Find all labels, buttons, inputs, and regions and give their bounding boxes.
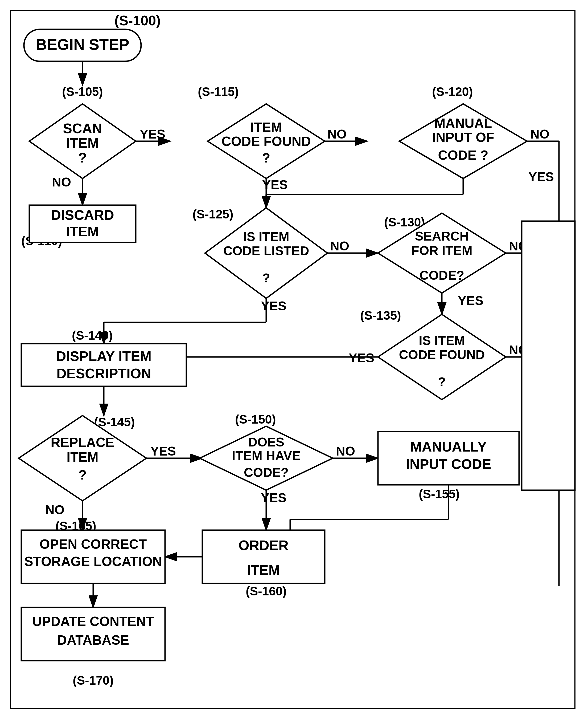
text-update-content-db-1: UPDATE CONTENT <box>32 614 154 629</box>
text-begin-step: BEGIN STEP <box>36 36 129 53</box>
label-yes-manual: YES <box>528 170 554 184</box>
text-item-code-found-1: ITEM <box>250 120 282 135</box>
text-discard-item-2: ITEM <box>66 224 99 239</box>
text-display-item-1: DISPLAY ITEM <box>56 348 151 364</box>
label-s150: (S-150) <box>235 413 276 426</box>
text-manual-input-1: MANUAL <box>435 116 492 131</box>
label-s155: (S-155) <box>419 487 459 501</box>
text-update-content-db-2: DATABASE <box>57 633 129 648</box>
text-is-item-code-listed-1: IS ITEM <box>243 229 289 244</box>
label-s120: (S-120) <box>432 85 473 99</box>
label-no-item-listed: NO <box>330 239 349 253</box>
label-no-scan: NO <box>52 175 71 189</box>
text-scan-item-3: ? <box>78 150 87 165</box>
label-s140: (S-140) <box>72 328 112 342</box>
text-open-storage-2: STORAGE LOCATION <box>24 554 162 569</box>
label-yes-item-code-found2: YES <box>349 351 374 365</box>
label-yes-item-have-code: YES <box>261 491 287 505</box>
text-scan-item-1: SCAN <box>63 121 102 136</box>
label-s115: (S-115) <box>198 85 238 99</box>
text-does-item-have-code-2: ITEM HAVE <box>232 448 300 463</box>
text-replace-item-2: ITEM <box>66 450 98 465</box>
label-yes-scan: YES <box>140 127 165 141</box>
text-search-item-code-3: CODE? <box>420 268 464 282</box>
label-s170: (S-170) <box>73 674 113 687</box>
svg-rect-23 <box>522 221 575 490</box>
text-item-code-found-3: ? <box>262 150 270 165</box>
text-discard-item-1: DISCARD <box>51 207 114 223</box>
text-open-storage-1: OPEN CORRECT <box>40 537 147 552</box>
text-manually-input-code-1: MANUALLY <box>411 439 487 455</box>
label-yes-replace: YES <box>150 444 176 458</box>
label-yes-item-listed: YES <box>261 299 287 313</box>
text-display-item-2: DESCRIPTION <box>57 366 151 381</box>
text-order-item-1: ORDER <box>238 538 289 553</box>
text-manually-input-code-2: INPUT CODE <box>406 456 491 472</box>
label-no-item-code-found: NO <box>328 127 346 141</box>
label-s105: (S-105) <box>62 85 103 99</box>
label-s100: (S-100) <box>114 13 161 28</box>
text-replace-item-3: ? <box>79 467 87 482</box>
text-is-item-code-found-1: IS ITEM <box>419 334 465 348</box>
flowchart-diagram: (S-100) BEGIN STEP (S-105) SCAN ITEM ? Y… <box>0 0 588 723</box>
label-yes-search: YES <box>458 294 483 308</box>
label-s125: (S-125) <box>192 207 233 221</box>
label-s160: (S-160) <box>246 584 287 598</box>
text-is-item-code-listed-2: CODE LISTED <box>223 244 309 258</box>
label-s135: (S-135) <box>360 308 401 322</box>
text-search-item-code-2: FOR ITEM <box>411 243 472 258</box>
text-does-item-have-code-1: DOES <box>248 435 284 449</box>
text-scan-item-2: ITEM <box>66 135 99 151</box>
text-is-item-code-found-3: ? <box>438 375 446 389</box>
text-replace-item-1: REPLACE <box>51 435 114 450</box>
text-item-code-found-2: CODE FOUND <box>222 134 311 149</box>
label-no-manual: NO <box>530 127 549 141</box>
text-search-item-code-1: SEARCH <box>415 229 469 243</box>
label-no-item-have-code: NO <box>336 444 355 458</box>
text-does-item-have-code-3: CODE? <box>244 465 289 480</box>
text-order-item-2: ITEM <box>247 562 280 578</box>
text-manual-input-2: INPUT OF <box>432 130 494 145</box>
text-is-item-code-listed-3: ? <box>262 271 270 285</box>
label-no-replace: NO <box>45 503 64 517</box>
text-manual-input-3: CODE ? <box>438 148 488 163</box>
text-is-item-code-found-2: CODE FOUND <box>399 348 485 362</box>
